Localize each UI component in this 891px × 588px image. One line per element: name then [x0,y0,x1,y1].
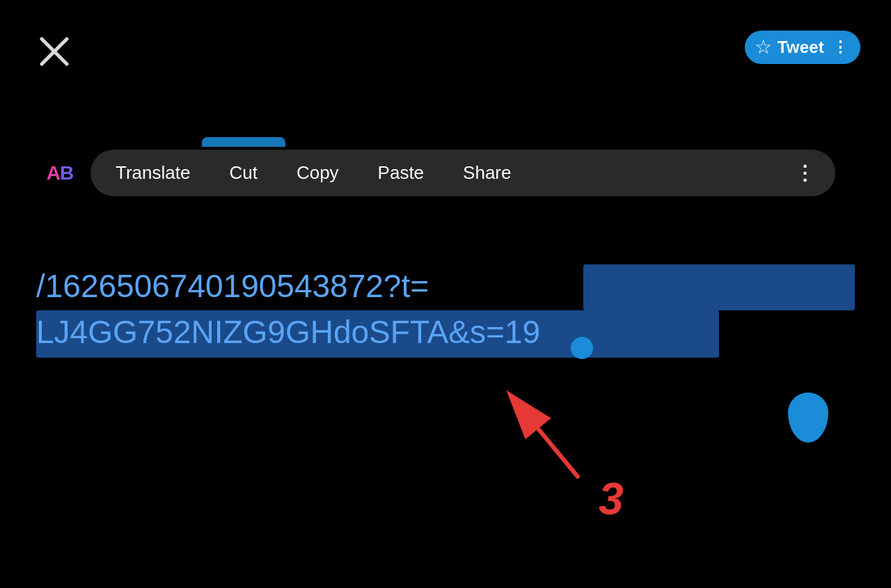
tweet-label: Tweet [778,38,824,57]
context-menu-toolbar: Translate Cut Copy Paste Share ⋮ [90,150,835,196]
cut-button[interactable]: Cut [210,159,276,186]
svg-line-3 [512,397,578,477]
paste-button[interactable]: Paste [358,159,444,186]
url-line2[interactable]: LJ4GG752NIZG9GHdoSFTA&s=19 [36,310,855,353]
logo-b: B [60,162,73,184]
logo-a: A [47,162,60,184]
url-line2-container: LJ4GG752NIZG9GHdoSFTA&s=19 [36,310,855,353]
share-button[interactable]: Share [443,159,530,186]
url-line1[interactable]: /1626506740190543872?t= [36,264,855,308]
selection-handle-teardrop [788,392,828,443]
annotation-arrow [473,369,613,483]
url-content-area: /1626506740190543872?t= LJ4GG752NIZG9GHd… [0,264,891,353]
ab-logo: AB [36,150,84,197]
cursor-handle [571,337,593,359]
url-line1-container: /1626506740190543872?t= [36,264,855,308]
more-options-icon[interactable]: ⋮ [833,38,848,56]
star-icon: ☆ [755,38,772,57]
menu-more-dots[interactable]: ⋮ [784,161,816,184]
annotation-number-3: 3 [599,473,624,525]
copy-button[interactable]: Copy [277,159,358,186]
translate-button[interactable]: Translate [110,159,210,186]
back-close-icon[interactable] [36,33,72,74]
tweet-button[interactable]: ☆ Tweet ⋮ [745,31,860,64]
